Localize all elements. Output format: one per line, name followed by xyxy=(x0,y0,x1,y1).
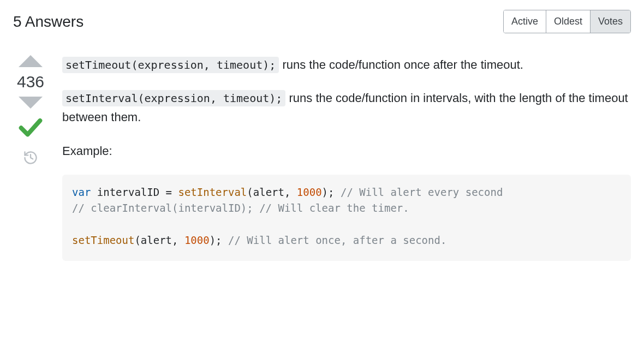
accepted-check-icon xyxy=(17,114,44,140)
text: Example: xyxy=(62,144,112,158)
token-function: setInterval xyxy=(178,186,247,198)
token: ); xyxy=(322,186,341,198)
vote-column: 436 xyxy=(13,55,48,261)
code-block[interactable]: var intervalID = setInterval(alert, 1000… xyxy=(62,175,631,261)
token-comment: // clearInterval(intervalID); // Will cl… xyxy=(72,202,409,214)
answers-header: 5 Answers Active Oldest Votes xyxy=(13,10,631,33)
token-keyword: var xyxy=(72,186,91,198)
upvote-icon[interactable] xyxy=(19,55,43,67)
token: (alert, xyxy=(247,186,297,198)
token-number: 1000 xyxy=(297,186,322,198)
token-function: setTimeout xyxy=(72,234,134,246)
sort-tab-oldest[interactable]: Oldest xyxy=(546,10,590,33)
paragraph: setTimeout(expression, timeout); runs th… xyxy=(62,55,631,74)
inline-code: setInterval(expression, timeout); xyxy=(62,90,285,106)
token-comment: // Will alert once, after a second. xyxy=(228,234,446,246)
history-icon[interactable] xyxy=(23,150,38,165)
sort-tabs: Active Oldest Votes xyxy=(503,10,631,33)
token-comment: // Will alert every second xyxy=(341,186,503,198)
answer-body: setTimeout(expression, timeout); runs th… xyxy=(62,55,631,261)
answers-title: 5 Answers xyxy=(13,13,84,31)
token: intervalID = xyxy=(91,186,178,198)
token: ); xyxy=(210,234,228,246)
sort-tab-active[interactable]: Active xyxy=(504,10,546,33)
token: (alert, xyxy=(134,234,184,246)
paragraph: Example: xyxy=(62,141,631,160)
paragraph: setInterval(expression, timeout); runs t… xyxy=(62,88,631,127)
vote-count: 436 xyxy=(17,73,44,91)
downvote-icon[interactable] xyxy=(19,97,43,109)
sort-tab-votes[interactable]: Votes xyxy=(590,10,630,33)
answer: 436 setTimeout(expression, timeout); run… xyxy=(13,55,631,261)
text: runs the code/function once after the ti… xyxy=(279,58,523,71)
inline-code: setTimeout(expression, timeout); xyxy=(62,57,279,73)
token-number: 1000 xyxy=(184,234,210,246)
